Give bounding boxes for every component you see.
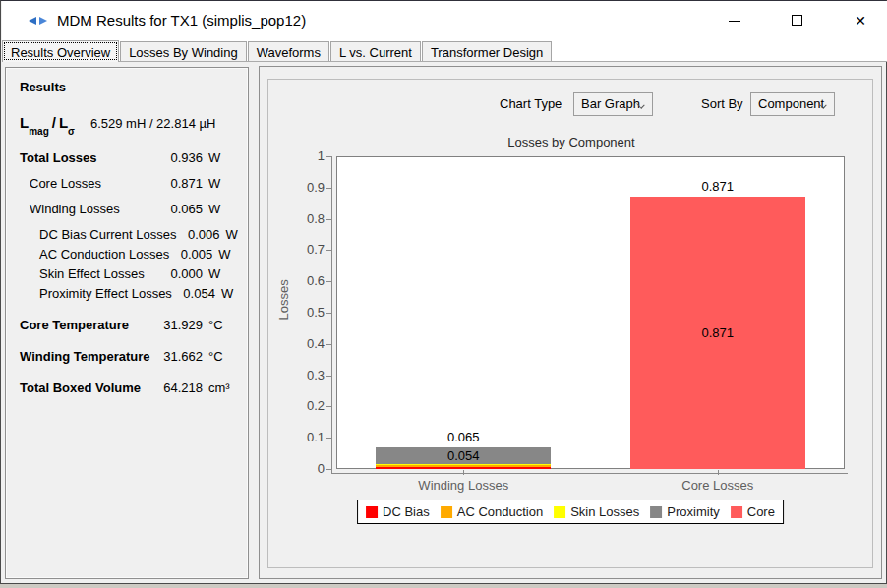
result-value: 0.936 — [159, 150, 203, 165]
lsigma-symbol: Lσ — [59, 114, 75, 134]
title-bar: MDM Results for TX1 (simplis_pop12) ✕ — [2, 1, 887, 40]
result-value: 0.005 — [169, 247, 212, 262]
y-tick — [326, 344, 331, 345]
y-tick-label: 0.6 — [295, 273, 325, 288]
x-category-label-core-losses: Core Losses — [629, 478, 806, 493]
inductance-separator: / — [49, 114, 59, 131]
result-unit: °C — [208, 318, 238, 332]
left-arrow-icon — [29, 17, 36, 25]
legend-item-dc-bias: DC Bias — [366, 504, 430, 519]
y-tick — [326, 281, 331, 282]
legend-item-skin-losses: Skin Losses — [554, 504, 639, 519]
y-tick — [326, 438, 331, 439]
result-value: 0.871 — [159, 176, 203, 191]
bar-total-label: 0.065 — [375, 430, 552, 444]
window-title: MDM Results for TX1 (simplis_pop12) — [57, 1, 306, 40]
chart-legend: DC BiasAC ConductionSkin LossesProximity… — [357, 500, 784, 524]
result-row-winding-losses: Winding Losses0.065W — [20, 202, 238, 216]
result-row-skin-effect-losses: Skin Effect Losses0.000W — [20, 266, 238, 281]
close-icon: ✕ — [838, 1, 883, 40]
legend-label: DC Bias — [383, 504, 430, 519]
legend-label: Skin Losses — [570, 504, 639, 519]
close-button[interactable]: ✕ — [838, 1, 883, 40]
result-row-total-losses: Total Losses0.936W — [20, 150, 238, 165]
legend-swatch-icon — [731, 506, 742, 518]
legend-swatch-icon — [554, 506, 565, 518]
result-label: Total Boxed Volume — [20, 381, 141, 395]
result-unit: W — [225, 227, 238, 242]
y-tick — [326, 469, 331, 470]
legend-swatch-icon — [441, 506, 452, 518]
result-value: 31.929 — [159, 318, 203, 332]
result-label: AC Conduction Losses — [39, 247, 169, 262]
result-label: Core Losses — [30, 176, 101, 191]
result-value: 64.218 — [159, 381, 203, 395]
bar-segment-ac-conduction — [376, 465, 551, 467]
result-label: Winding Temperature — [20, 349, 150, 364]
result-row-winding-temperature: Winding Temperature31.662°C — [20, 349, 238, 364]
result-label: Core Temperature — [20, 318, 129, 332]
x-tick — [463, 470, 464, 475]
legend-swatch-icon — [650, 506, 662, 518]
chart-type-select[interactable]: Bar Graph — [573, 92, 653, 116]
y-tick — [326, 156, 331, 157]
y-axis-title: Losses — [276, 291, 291, 321]
legend-label: Core — [747, 504, 775, 519]
result-label: Total Losses — [20, 150, 97, 165]
legend-label: AC Conduction — [457, 504, 543, 519]
result-label: Skin Effect Losses — [39, 266, 145, 281]
bar-segment-label: 0.871 — [629, 325, 806, 340]
tab-losses-by-winding[interactable]: Losses By Winding — [120, 41, 247, 61]
results-heading: Results — [20, 80, 238, 94]
y-tick — [326, 250, 331, 251]
inductance-value: 6.529 mH / 22.814 µH — [90, 116, 215, 131]
background-strip — [0, 584, 887, 588]
tab-waveforms[interactable]: Waveforms — [248, 41, 329, 61]
y-axis-line — [331, 156, 332, 474]
legend-swatch-icon — [366, 506, 378, 518]
minimize-button[interactable] — [712, 1, 757, 40]
result-row-total-boxed-volume: Total Boxed Volume64.218cm³ — [20, 381, 238, 395]
result-unit: W — [208, 150, 238, 165]
result-value: 31.662 — [159, 349, 203, 364]
tab-l-vs-current[interactable]: L vs. Current — [330, 41, 421, 61]
maximize-button[interactable] — [775, 1, 820, 40]
chart-type-label: Chart Type — [500, 92, 562, 116]
bar-segment-label: 0.054 — [375, 448, 552, 463]
sort-by-label: Sort By — [701, 92, 743, 116]
tab-bar: Results OverviewLosses By WindingWavefor… — [2, 40, 887, 62]
y-tick — [326, 219, 331, 220]
legend-item-core: Core — [731, 504, 775, 519]
sort-by-select[interactable]: Component — [750, 92, 835, 116]
x-category-label-winding-losses: Winding Losses — [375, 478, 552, 493]
chart-controls: Chart Type Bar Graph Sort By Component — [267, 92, 873, 116]
result-label: Winding Losses — [30, 202, 120, 216]
result-value: 0.054 — [172, 286, 215, 301]
legend-item-ac-conduction: AC Conduction — [441, 504, 543, 519]
chart-title: Losses by Component — [424, 135, 719, 149]
maximize-icon — [792, 15, 802, 26]
y-tick-label: 0.2 — [295, 398, 325, 413]
bar-segment-skin-losses — [376, 464, 551, 465]
result-unit: W — [208, 176, 238, 191]
result-unit: W — [208, 266, 238, 281]
result-row-dc-bias-current-losses: DC Bias Current Losses0.006W — [20, 227, 238, 242]
y-tick-label: 0.5 — [295, 305, 325, 320]
results-rows: Total Losses0.936WCore Losses0.871WWindi… — [20, 150, 238, 395]
lmag-symbol: Lmag — [20, 114, 49, 134]
result-row-ac-conduction-losses: AC Conduction Losses0.005W — [20, 247, 238, 262]
result-row-core-temperature: Core Temperature31.929°C — [20, 318, 238, 332]
bar-segment-dc-bias — [376, 467, 551, 469]
minimize-icon — [729, 21, 740, 22]
right-arrow-icon — [39, 17, 47, 25]
y-tick-label: 0.8 — [295, 211, 325, 226]
result-unit: W — [221, 286, 238, 301]
tab-results-overview[interactable]: Results Overview — [2, 40, 119, 62]
result-label: Proximity Effect Losses — [39, 286, 172, 301]
result-unit: W — [218, 247, 238, 262]
x-tick — [718, 470, 719, 475]
result-value: 0.000 — [159, 266, 203, 281]
tab-transformer-design[interactable]: Transformer Design — [422, 41, 552, 61]
y-tick — [326, 376, 331, 377]
result-unit: W — [208, 202, 238, 216]
